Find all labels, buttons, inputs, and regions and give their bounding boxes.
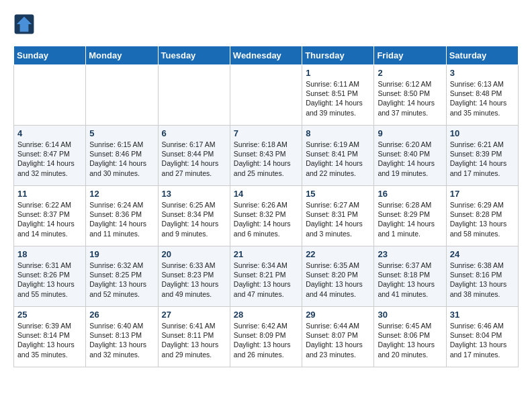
cell-text: Sunrise: 6:27 AM: [306, 200, 370, 210]
page-header: [13, 13, 519, 35]
week-row-2: 4Sunrise: 6:14 AMSunset: 8:47 PMDaylight…: [14, 126, 519, 186]
cell-text: Daylight: 14 hours: [378, 219, 442, 228]
cell-text: Sunrise: 6:21 AM: [450, 140, 515, 149]
day-number: 27: [162, 310, 226, 320]
day-number: 5: [89, 128, 154, 138]
day-number: 22: [306, 249, 370, 259]
day-number: 29: [306, 310, 370, 320]
cell-text: Sunrise: 6:42 AM: [234, 321, 298, 330]
calendar-cell: 22Sunrise: 6:35 AMSunset: 8:20 PMDayligh…: [302, 246, 374, 307]
cell-text: Sunset: 8:07 PM: [306, 330, 370, 340]
cell-text: Sunset: 8:50 PM: [378, 89, 442, 98]
cell-text: and 1 minute.: [378, 229, 442, 238]
day-number: 1: [306, 68, 370, 78]
cell-text: and 26 minutes.: [234, 350, 298, 359]
cell-text: and 22 minutes.: [306, 169, 370, 178]
cell-text: Daylight: 14 hours: [306, 158, 370, 168]
cell-text: Sunset: 8:09 PM: [234, 330, 298, 340]
cell-text: Sunset: 8:25 PM: [89, 270, 154, 279]
calendar-cell: 5Sunrise: 6:15 AMSunset: 8:46 PMDaylight…: [86, 126, 158, 186]
day-number: 28: [234, 310, 298, 320]
cell-text: Sunrise: 6:39 AM: [17, 321, 82, 330]
cell-text: Sunset: 8:11 PM: [162, 330, 226, 340]
cell-text: Sunrise: 6:35 AM: [306, 261, 370, 270]
cell-text: Sunset: 8:16 PM: [450, 270, 515, 279]
cell-text: and 41 minutes.: [378, 289, 442, 299]
cell-text: Daylight: 14 hours: [234, 158, 298, 168]
day-number: 21: [234, 249, 298, 259]
calendar-cell: 14Sunrise: 6:26 AMSunset: 8:32 PMDayligh…: [230, 186, 302, 246]
cell-text: Daylight: 13 hours: [234, 340, 298, 349]
day-number: 11: [17, 189, 82, 199]
day-number: 14: [234, 189, 298, 199]
calendar-cell: 12Sunrise: 6:24 AMSunset: 8:36 PMDayligh…: [86, 186, 158, 246]
cell-text: Sunrise: 6:22 AM: [17, 200, 82, 210]
cell-text: and 9 minutes.: [162, 229, 226, 238]
day-number: 3: [450, 68, 515, 78]
header-thursday: Thursday: [302, 46, 374, 65]
cell-text: and 30 minutes.: [89, 169, 154, 178]
cell-text: Daylight: 13 hours: [162, 279, 226, 289]
day-number: 7: [234, 128, 298, 138]
cell-text: Sunset: 8:18 PM: [378, 270, 442, 279]
cell-text: Sunrise: 6:29 AM: [450, 200, 515, 210]
day-number: 12: [89, 189, 154, 199]
cell-text: Sunset: 8:06 PM: [378, 330, 442, 340]
day-number: 8: [306, 128, 370, 138]
week-row-3: 11Sunrise: 6:22 AMSunset: 8:37 PMDayligh…: [14, 186, 519, 246]
cell-text: and 11 minutes.: [89, 229, 154, 238]
calendar-cell: 6Sunrise: 6:17 AMSunset: 8:44 PMDaylight…: [158, 126, 230, 186]
cell-text: and 25 minutes.: [234, 169, 298, 178]
cell-text: Daylight: 13 hours: [17, 279, 82, 289]
cell-text: Daylight: 14 hours: [17, 219, 82, 228]
cell-text: and 17 minutes.: [450, 169, 515, 178]
cell-text: Sunset: 8:46 PM: [89, 149, 154, 158]
cell-text: Daylight: 14 hours: [378, 98, 442, 107]
cell-text: and 32 minutes.: [89, 350, 154, 359]
day-number: 16: [378, 189, 442, 199]
cell-text: Daylight: 14 hours: [378, 158, 442, 168]
cell-text: Sunset: 8:21 PM: [234, 270, 298, 279]
header-sunday: Sunday: [14, 46, 86, 65]
cell-text: and 39 minutes.: [306, 108, 370, 118]
week-row-5: 25Sunrise: 6:39 AMSunset: 8:14 PMDayligh…: [14, 307, 519, 367]
day-number: 19: [89, 249, 154, 259]
calendar-cell: 11Sunrise: 6:22 AMSunset: 8:37 PMDayligh…: [14, 186, 86, 246]
logo-icon: [13, 13, 35, 35]
header-row: SundayMondayTuesdayWednesdayThursdayFrid…: [14, 46, 519, 65]
calendar-cell: [230, 65, 302, 126]
cell-text: and 55 minutes.: [17, 289, 82, 299]
cell-text: Daylight: 14 hours: [89, 158, 154, 168]
cell-text: Sunrise: 6:13 AM: [450, 79, 515, 89]
cell-text: and 37 minutes.: [378, 108, 442, 118]
cell-text: and 52 minutes.: [89, 289, 154, 299]
calendar-cell: 4Sunrise: 6:14 AMSunset: 8:47 PMDaylight…: [14, 126, 86, 186]
cell-text: Daylight: 14 hours: [450, 98, 515, 107]
cell-text: Sunrise: 6:44 AM: [306, 321, 370, 330]
cell-text: Sunrise: 6:25 AM: [162, 200, 226, 210]
calendar-cell: 1Sunrise: 6:11 AMSunset: 8:51 PMDaylight…: [302, 65, 374, 126]
cell-text: Daylight: 14 hours: [162, 158, 226, 168]
cell-text: Sunset: 8:31 PM: [306, 210, 370, 219]
day-number: 9: [378, 128, 442, 138]
cell-text: Daylight: 13 hours: [378, 340, 442, 349]
day-number: 15: [306, 189, 370, 199]
calendar-cell: 3Sunrise: 6:13 AMSunset: 8:48 PMDaylight…: [446, 65, 518, 126]
cell-text: Sunset: 8:04 PM: [450, 330, 515, 340]
calendar-cell: 25Sunrise: 6:39 AMSunset: 8:14 PMDayligh…: [14, 307, 86, 367]
cell-text: Daylight: 13 hours: [378, 279, 442, 289]
calendar-cell: 23Sunrise: 6:37 AMSunset: 8:18 PMDayligh…: [374, 246, 446, 307]
calendar-cell: [14, 65, 86, 126]
day-number: 20: [162, 249, 226, 259]
cell-text: Sunrise: 6:32 AM: [89, 261, 154, 270]
cell-text: and 3 minutes.: [306, 229, 370, 238]
cell-text: Daylight: 14 hours: [306, 98, 370, 107]
cell-text: Sunset: 8:14 PM: [17, 330, 82, 340]
cell-text: Sunset: 8:39 PM: [450, 149, 515, 158]
cell-text: Sunset: 8:20 PM: [306, 270, 370, 279]
day-number: 18: [17, 249, 82, 259]
cell-text: Sunrise: 6:15 AM: [89, 140, 154, 149]
header-monday: Monday: [86, 46, 158, 65]
cell-text: and 6 minutes.: [234, 229, 298, 238]
calendar-cell: 10Sunrise: 6:21 AMSunset: 8:39 PMDayligh…: [446, 126, 518, 186]
